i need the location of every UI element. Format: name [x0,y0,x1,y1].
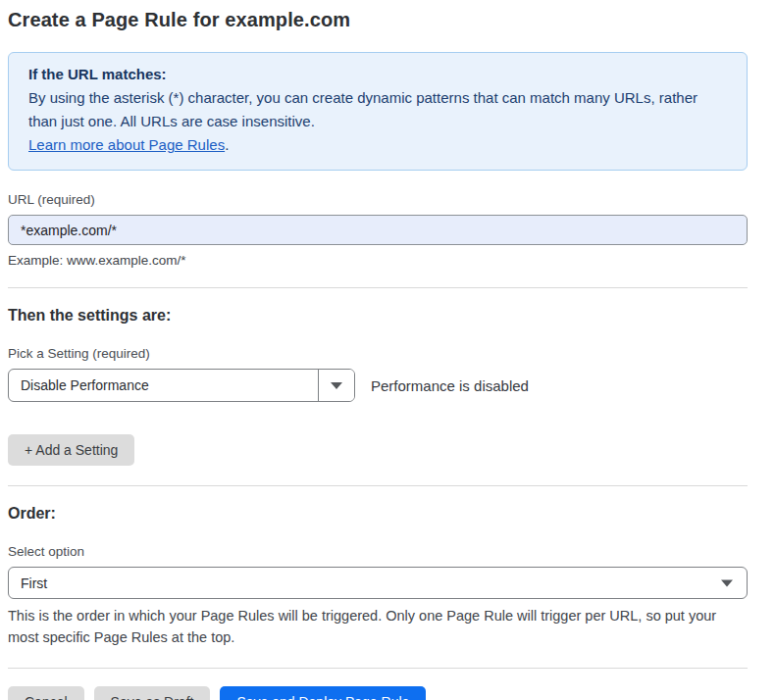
learn-more-link[interactable]: Learn more about Page Rules [28,136,225,153]
info-box-link-row: Learn more about Page Rules. [28,133,727,157]
url-match-info-box: If the URL matches: By using the asteris… [8,52,748,171]
chevron-down-icon [721,579,733,586]
setting-select[interactable]: Disable Performance [8,369,355,402]
order-select[interactable]: First [8,567,748,599]
setting-select-value: Disable Performance [9,370,318,401]
order-select-label: Select option [8,544,748,559]
chevron-down-icon [331,382,342,389]
setting-row: Disable Performance Performance is disab… [8,369,748,402]
url-field-label: URL (required) [8,192,748,207]
order-helper-text: This is the order in which your Page Rul… [8,605,748,648]
save-deploy-button[interactable]: Save and Deploy Page Rule [220,686,426,700]
save-draft-button[interactable]: Save as Draft [94,686,211,700]
order-section-heading: Order: [8,505,748,523]
pick-setting-label: Pick a Setting (required) [8,346,748,361]
url-input[interactable] [8,215,748,245]
info-box-heading: If the URL matches: [28,63,727,86]
add-setting-button[interactable]: + Add a Setting [8,434,134,466]
link-suffix: . [225,136,229,153]
url-example-helper: Example: www.example.com/* [8,253,748,268]
settings-section-heading: Then the settings are: [8,307,748,325]
create-page-rule-form: Create a Page Rule for example.com If th… [8,9,748,700]
info-box-body: By using the asterisk (*) character, you… [28,86,727,133]
footer-actions: Cancel Save as Draft Save and Deploy Pag… [8,686,748,700]
order-select-value: First [9,575,47,591]
divider [8,287,748,288]
divider [8,668,748,669]
page-title: Create a Page Rule for example.com [8,9,748,31]
setting-status-text: Performance is disabled [371,377,529,394]
divider [8,485,748,486]
cancel-button[interactable]: Cancel [8,686,84,700]
setting-select-arrow-button[interactable] [318,370,354,401]
